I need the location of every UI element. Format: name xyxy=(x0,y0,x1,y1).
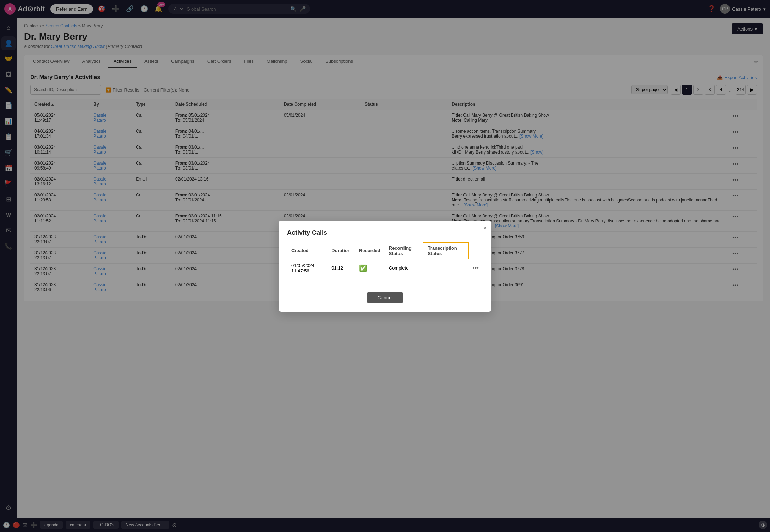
modal-col-actions xyxy=(468,243,483,259)
modal-col-created: Created xyxy=(287,243,327,259)
modal-header-row: Created Duration Recorded Recording Stat… xyxy=(287,243,483,259)
modal-duration-cell: 01:12 xyxy=(327,259,354,277)
modal-row-actions-button[interactable]: ••• xyxy=(473,265,479,271)
modal-recorded-cell: ✅ xyxy=(355,259,385,277)
modal-col-recorded: Recorded xyxy=(355,243,385,259)
modal-row-actions-cell: ••• xyxy=(468,259,483,277)
modal-transcription-status-cell xyxy=(423,259,468,277)
modal-col-duration: Duration xyxy=(327,243,354,259)
modal-col-transcription-status: Transcription Status xyxy=(423,243,468,259)
check-icon: ✅ xyxy=(359,265,367,272)
modal-calls-table: Created Duration Recorded Recording Stat… xyxy=(287,242,483,277)
modal-footer: Cancel xyxy=(287,289,483,303)
modal-recording-status-cell: Complete xyxy=(385,259,423,277)
activity-calls-modal: × Activity Calls Created Duration Record… xyxy=(279,221,491,312)
modal-table-row: 01/05/2024 11:47:56 01:12 ✅ Complete ••• xyxy=(287,259,483,277)
modal-col-recording-status: Recording Status xyxy=(385,243,423,259)
modal-cancel-button[interactable]: Cancel xyxy=(367,292,403,303)
modal-created-cell: 01/05/2024 11:47:56 xyxy=(287,259,327,277)
modal-close-button[interactable]: × xyxy=(483,225,487,231)
modal-overlay[interactable]: × Activity Calls Created Duration Record… xyxy=(0,0,770,518)
modal-title: Activity Calls xyxy=(287,229,483,237)
